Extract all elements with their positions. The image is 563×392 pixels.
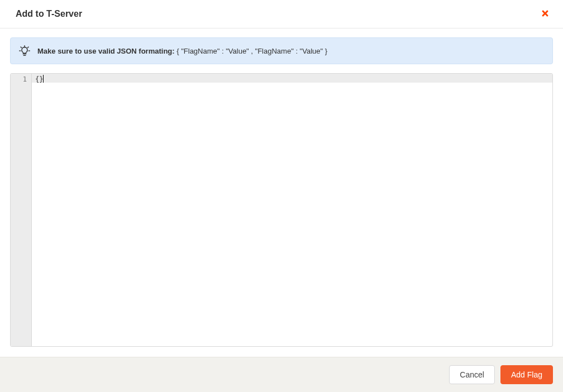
close-button[interactable] — [538, 8, 552, 20]
modal-header: Add to T-Server — [0, 0, 563, 28]
lightbulb-icon — [18, 45, 31, 57]
add-flag-button[interactable]: Add Flag — [500, 365, 553, 384]
editor-area[interactable]: {} — [32, 74, 552, 346]
modal-footer: Cancel Add Flag — [0, 357, 563, 392]
info-banner-text: Make sure to use valid JSON formating: {… — [37, 47, 327, 55]
editor-gutter: 1 — [11, 74, 32, 346]
info-banner-example: { "FlagName" : "Value" , "FlagName" : "V… — [176, 47, 327, 55]
info-banner-bold: Make sure to use valid JSON formating: — [37, 47, 176, 55]
editor-content-text: {} — [35, 75, 43, 83]
cancel-button[interactable]: Cancel — [449, 365, 495, 384]
modal-title: Add to T-Server — [16, 9, 82, 19]
info-banner: Make sure to use valid JSON formating: {… — [10, 37, 553, 64]
line-number: 1 — [13, 75, 27, 84]
editor-content: {} — [32, 74, 552, 85]
modal-body: Make sure to use valid JSON formating: {… — [0, 28, 563, 357]
close-icon — [541, 9, 550, 18]
svg-line-3 — [28, 47, 28, 47]
code-editor[interactable]: 1 {} — [10, 73, 553, 347]
text-cursor — [43, 75, 44, 83]
svg-line-2 — [21, 47, 21, 47]
